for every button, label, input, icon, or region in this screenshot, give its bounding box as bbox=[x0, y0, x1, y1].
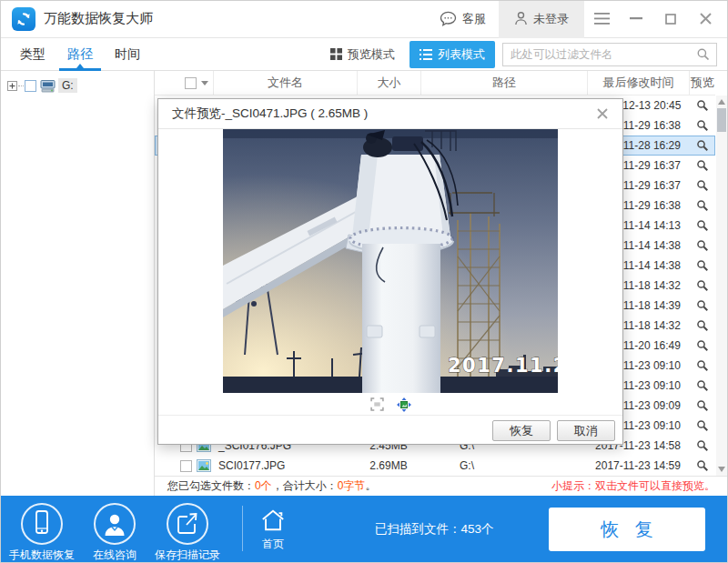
close-icon bbox=[597, 108, 608, 119]
preview-zoom-controls bbox=[158, 397, 622, 412]
preview-magnifier-icon[interactable] bbox=[696, 319, 709, 332]
speech-bubble-icon bbox=[440, 11, 457, 26]
preview-magnifier-icon[interactable] bbox=[696, 259, 709, 272]
crane-photo-image: 2017.11.28 bbox=[223, 129, 558, 393]
search-input[interactable] bbox=[503, 48, 696, 61]
scroll-down-icon[interactable] bbox=[718, 467, 725, 472]
home-icon bbox=[259, 508, 287, 533]
column-header-path[interactable]: 路径 bbox=[420, 71, 587, 96]
file-path: G:\ bbox=[420, 459, 587, 472]
preview-magnifier-icon[interactable] bbox=[696, 459, 709, 472]
preview-magnifier-icon[interactable] bbox=[696, 239, 709, 252]
hamburger-icon bbox=[594, 13, 610, 25]
tab-time[interactable]: 时间 bbox=[113, 38, 142, 71]
header-checkbox-cell bbox=[155, 71, 213, 96]
preview-magnifier-icon[interactable] bbox=[696, 399, 709, 412]
toolbar: 类型 路径 时间 预览模式 列表模式 bbox=[0, 38, 728, 71]
preview-magnifier-icon[interactable] bbox=[696, 379, 709, 392]
column-header-filename[interactable]: 文件名 bbox=[213, 71, 357, 96]
fit-screen-icon[interactable] bbox=[370, 397, 384, 412]
dialog-buttons: 恢复 取消 bbox=[492, 420, 615, 441]
menu-button[interactable] bbox=[584, 0, 619, 38]
login-button[interactable]: 未登录 bbox=[499, 0, 584, 38]
photo-timestamp: 2017.11.28 bbox=[448, 355, 558, 377]
maximize-button[interactable] bbox=[653, 0, 688, 38]
minimize-icon bbox=[630, 17, 642, 20]
scroll-up-icon[interactable] bbox=[718, 99, 725, 105]
footer-bar: 手机数据恢复 在线咨询 保存扫描记录 首页 已扫描到文件： bbox=[0, 496, 728, 563]
expand-plus-icon[interactable] bbox=[7, 81, 17, 91]
folder-tree-panel: G: bbox=[0, 71, 155, 496]
list-mode-button[interactable]: 列表模式 bbox=[410, 41, 495, 68]
file-preview-dialog: 文件预览-_SCI0471.JPG ( 2.65MB ) bbox=[157, 98, 623, 445]
preview-magnifier-icon[interactable] bbox=[696, 99, 709, 112]
total-size: 0字节 bbox=[338, 479, 366, 492]
preview-magnifier-icon[interactable] bbox=[696, 199, 709, 212]
preview-magnifier-icon[interactable] bbox=[696, 279, 709, 292]
filter-search-box[interactable] bbox=[502, 43, 717, 66]
save-scan-record-button[interactable]: 保存扫描记录 bbox=[146, 496, 229, 563]
export-icon bbox=[167, 503, 208, 545]
preview-photo: 2017.11.28 bbox=[223, 129, 558, 393]
phone-icon bbox=[21, 503, 63, 545]
dialog-close-button[interactable] bbox=[593, 105, 612, 123]
checked-count: 0个 bbox=[255, 479, 272, 492]
preview-mode-button[interactable]: 预览模式 bbox=[330, 46, 395, 63]
selection-summary: 您已勾选文件数：0个，合计大小：0字节。 bbox=[167, 478, 551, 494]
column-header-mtime[interactable]: 最后修改时间 bbox=[587, 71, 689, 96]
preview-magnifier-icon[interactable] bbox=[696, 179, 709, 192]
minimize-button[interactable] bbox=[619, 0, 653, 38]
preview-magnifier-icon[interactable] bbox=[696, 359, 709, 372]
preview-magnifier-icon[interactable] bbox=[696, 339, 709, 352]
drive-icon bbox=[40, 79, 56, 93]
recover-main-button[interactable]: 恢 复 bbox=[549, 508, 705, 551]
preview-magnifier-icon[interactable] bbox=[696, 419, 709, 432]
drive-checkbox[interactable] bbox=[25, 80, 36, 92]
online-consult-button[interactable]: 在线咨询 bbox=[78, 496, 151, 563]
dialog-recover-button[interactable]: 恢复 bbox=[492, 420, 551, 441]
dialog-separator bbox=[158, 415, 622, 416]
image-file-icon bbox=[197, 459, 211, 472]
consultant-icon bbox=[94, 503, 136, 545]
select-all-checkbox[interactable] bbox=[185, 77, 197, 89]
column-header-size[interactable]: 大小 bbox=[357, 71, 420, 96]
grid-icon bbox=[330, 48, 342, 60]
chevron-down-icon[interactable] bbox=[201, 81, 208, 85]
app-logo-icon bbox=[12, 7, 35, 31]
phone-recovery-button[interactable]: 手机数据恢复 bbox=[5, 496, 78, 563]
tab-path[interactable]: 路径 bbox=[66, 38, 95, 71]
tree-connector bbox=[18, 85, 24, 86]
preview-magnifier-icon[interactable] bbox=[696, 439, 709, 452]
customer-support-button[interactable]: 客服 bbox=[427, 0, 499, 38]
table-header: 文件名 大小 路径 最后修改时间 预览 bbox=[155, 71, 715, 96]
tab-type[interactable]: 类型 bbox=[18, 38, 47, 71]
dialog-cancel-button[interactable]: 取消 bbox=[557, 420, 615, 441]
search-icon bbox=[696, 47, 710, 61]
user-icon bbox=[514, 11, 528, 26]
row-checkbox[interactable] bbox=[180, 460, 192, 472]
scanned-count-text: 已扫描到文件：453个 bbox=[375, 496, 494, 563]
column-header-preview[interactable]: 预览 bbox=[689, 71, 715, 96]
preview-magnifier-icon[interactable] bbox=[696, 219, 709, 232]
scrollbar-thumb[interactable] bbox=[717, 108, 726, 132]
file-name: SCI0177.JPG bbox=[213, 459, 357, 472]
close-button[interactable] bbox=[688, 0, 723, 38]
dialog-title: 文件预览-_SCI0471.JPG ( 2.65MB ) bbox=[172, 106, 368, 122]
table-row[interactable]: SCI0177.JPG2.69MBG:\2017-11-23 14:59 bbox=[155, 456, 715, 476]
app-title: 万能数据恢复大师 bbox=[44, 10, 153, 27]
preview-magnifier-icon[interactable] bbox=[696, 159, 709, 172]
footer-divider bbox=[242, 506, 243, 551]
preview-magnifier-icon[interactable] bbox=[696, 299, 709, 312]
table-scrollbar[interactable] bbox=[716, 96, 727, 476]
home-button[interactable]: 首页 bbox=[246, 496, 300, 552]
close-icon bbox=[700, 13, 712, 25]
file-mtime: 2017-11-23 14:59 bbox=[587, 459, 689, 472]
preview-magnifier-icon[interactable] bbox=[696, 139, 709, 152]
preview-magnifier-icon[interactable] bbox=[696, 119, 709, 132]
dialog-title-bar: 文件预览-_SCI0471.JPG ( 2.65MB ) bbox=[158, 99, 622, 129]
file-size: 2.69MB bbox=[357, 459, 420, 472]
drive-label[interactable]: G: bbox=[58, 78, 77, 93]
status-bar: 您已勾选文件数：0个，合计大小：0字节。 小提示：双击文件可以直接预览。 bbox=[155, 476, 728, 496]
actual-size-icon[interactable] bbox=[397, 397, 411, 412]
tree-node-drive-g[interactable]: G: bbox=[7, 78, 154, 93]
